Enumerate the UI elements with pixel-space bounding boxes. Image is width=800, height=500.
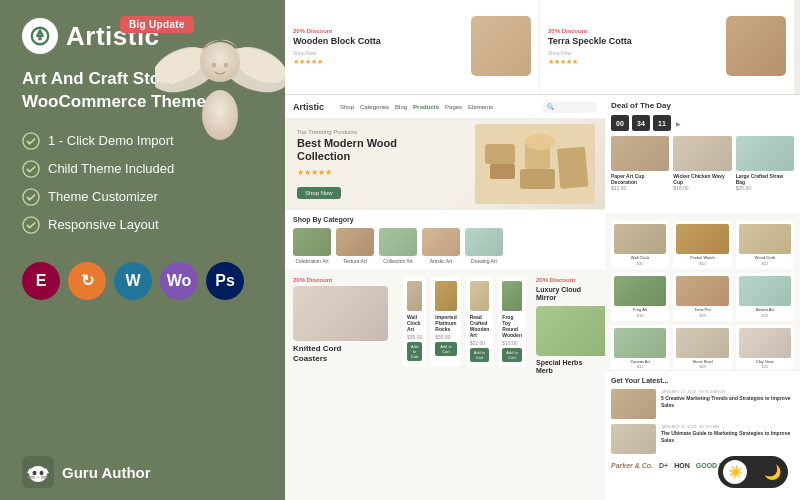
deal-product-name: Paper Art Cup Decoration — [611, 173, 669, 185]
product-highlight-name: Wooden Block Cotta — [293, 36, 463, 47]
feature-item: Theme Customizer — [22, 188, 263, 206]
rp-product-item[interactable]: Wood Craft $22 — [736, 221, 794, 269]
svg-point-7 — [224, 63, 228, 68]
woocommerce-badge: Wo — [160, 262, 198, 300]
product-card-image — [502, 281, 522, 311]
dark-mode-toggle[interactable]: ☀️ 🌙 — [718, 456, 788, 488]
rp-product-item[interactable]: Terra Pot $28 — [673, 273, 731, 321]
add-to-cart-button[interactable]: Add to Cart — [502, 348, 522, 362]
get-latest-label: Get Your Latest... — [611, 377, 794, 384]
svg-point-6 — [212, 63, 216, 68]
right-preview: Deal of The Day 00 34 11 ▶ Paper Art Cup… — [605, 95, 800, 500]
rp-product-item[interactable]: Wall Clock $35 — [611, 221, 669, 269]
add-to-cart-button[interactable]: Add to Cart — [435, 342, 456, 356]
featured-product-image — [293, 286, 388, 341]
deal-product-image — [673, 136, 731, 171]
herbs-featured: 20% Discount Luxury CloudMirror Special … — [536, 277, 605, 376]
mock-nav: Artistic Shop Categories Blog Products P… — [285, 95, 605, 119]
blog-title: The Ultimate Guide to Marketing Strategi… — [661, 430, 794, 443]
deal-product-item: Wicker Chicken Wavy Cup $18.00 — [673, 136, 731, 191]
right-panel: 20% Discount Wooden Block Cotta Shop Now… — [285, 0, 800, 500]
hero-title: Best Modern WoodCollection — [297, 137, 397, 163]
category-item[interactable]: Celebration Art — [293, 228, 331, 264]
deal-product-name: Large Crafted Straw Bag — [736, 173, 794, 185]
deal-product-image — [611, 136, 669, 171]
svg-point-15 — [29, 466, 47, 482]
timer-hours: 00 — [611, 115, 629, 131]
svg-rect-26 — [485, 144, 515, 164]
rp-product-item[interactable]: Clay Vase $25 — [736, 325, 794, 370]
categories-strip: Shop By Category Celebration Art Texture… — [285, 209, 605, 271]
blog-posts-list: JANUARY 17, 2024 · BY ELEANOR 5 Creative… — [611, 389, 794, 454]
hero-shop-button[interactable]: Shop Now — [297, 187, 341, 199]
left-preview: Artistic Shop Categories Blog Products P… — [285, 95, 605, 500]
timer-mins: 34 — [632, 115, 650, 131]
product-card[interactable]: Imported Platinum Rocks $55.00 Add to Ca… — [431, 277, 460, 366]
guru-row: Guru Author — [22, 456, 263, 488]
deal-title: Deal of The Day — [611, 101, 794, 110]
blog-date: JANUARY 15, 2024 · BY ETHAN — [661, 424, 794, 429]
deal-products: Paper Art Cup Decoration $12.00 Wicker C… — [611, 136, 794, 191]
product-grid: Wall Clock Art $35.00 Add to Cart Import… — [403, 277, 526, 366]
guru-icon — [22, 456, 54, 488]
rp-grid: Wall Clock $35 Pocket Watch $55 Wood Cra… — [611, 221, 794, 370]
category-item[interactable]: Texture Art — [336, 228, 374, 264]
svg-point-10 — [23, 133, 39, 149]
mock-hero: Top Trending Products Best Modern WoodCo… — [285, 119, 605, 209]
cat-image — [422, 228, 460, 256]
svg-rect-29 — [520, 169, 555, 189]
elementor-badge: E — [22, 262, 60, 300]
mock-search[interactable]: 🔍 — [542, 101, 597, 113]
feature-item: Responsive Layout — [22, 216, 263, 234]
right-product-grid: Wall Clock $35 Pocket Watch $55 Wood Cra… — [605, 215, 800, 370]
product-grid-wrapper: Wall Clock Art $35.00 Add to Cart Import… — [403, 277, 526, 376]
deal-product-item: Large Crafted Straw Bag $25.00 — [736, 136, 794, 191]
categories-row: Celebration Art Texture Art Collection A… — [293, 228, 597, 264]
herbs-image — [536, 306, 605, 356]
svg-point-11 — [23, 161, 39, 177]
logo-icon — [22, 18, 58, 54]
cat-image — [336, 228, 374, 256]
product-card[interactable]: Frog Toy Round Wooden $18.00 Add to Cart — [498, 277, 526, 366]
hero-stars: ★★★★★ — [297, 168, 397, 177]
check-icon — [22, 188, 40, 206]
svg-point-31 — [525, 134, 555, 150]
product-card[interactable]: Wall Clock Art $35.00 Add to Cart — [403, 277, 426, 366]
rp-product-item[interactable]: Pocket Watch $55 — [673, 221, 731, 269]
svg-point-12 — [23, 189, 39, 205]
category-item[interactable]: Drawing Art — [465, 228, 503, 264]
rp-product-item[interactable]: Canvas Art $15 — [611, 325, 669, 370]
wordpress-badge: W — [114, 262, 152, 300]
top-strip: 20% Discount Wooden Block Cotta Shop Now… — [285, 0, 800, 95]
sun-icon: ☀️ — [723, 460, 747, 484]
category-item[interactable]: Collection Art — [379, 228, 417, 264]
mock-logo: Artistic — [293, 102, 324, 112]
blog-post-image — [611, 424, 656, 454]
hero-image — [475, 124, 595, 204]
feature-item: 1 - Click Demo Import — [22, 132, 263, 150]
rp-product-item[interactable]: Basket Art $42 — [736, 273, 794, 321]
rp-product-item[interactable]: Frog Art $18 — [611, 273, 669, 321]
blog-post-item: JANUARY 17, 2024 · BY ELEANOR 5 Creative… — [611, 389, 794, 419]
deal-product-image — [736, 136, 794, 171]
feature-item: Child Theme Included — [22, 160, 263, 178]
product-image — [471, 16, 531, 76]
deal-product-item: Paper Art Cup Decoration $12.00 — [611, 136, 669, 191]
plugins-row: E ↻ W Wo Ps — [22, 262, 263, 300]
category-item[interactable]: Artistic Art — [422, 228, 460, 264]
add-to-cart-button[interactable]: Add to Cart — [470, 348, 490, 362]
big-update-badge: Big Update — [120, 16, 194, 33]
hero-subtitle: Top Trending Products — [297, 129, 397, 135]
product-card[interactable]: Read Crafted Wooden Art $22.00 Add to Ca… — [466, 277, 494, 366]
logo-row: Artistic Big Update — [22, 18, 263, 54]
svg-rect-30 — [557, 147, 588, 189]
rp-product-item[interactable]: Stone Bowl $38 — [673, 325, 731, 370]
cat-image — [465, 228, 503, 256]
deal-timer: 00 34 11 ▶ — [611, 115, 794, 131]
product-sections: 20% Discount Knitted CordCoasters Wall C… — [293, 277, 597, 376]
blog-post-image — [611, 389, 656, 419]
blog-date: JANUARY 17, 2024 · BY ELEANOR — [661, 389, 794, 394]
product-grid-area: 20% Discount Knitted CordCoasters Wall C… — [285, 271, 605, 500]
add-to-cart-button[interactable]: Add to Cart — [407, 342, 422, 361]
cat-image — [293, 228, 331, 256]
